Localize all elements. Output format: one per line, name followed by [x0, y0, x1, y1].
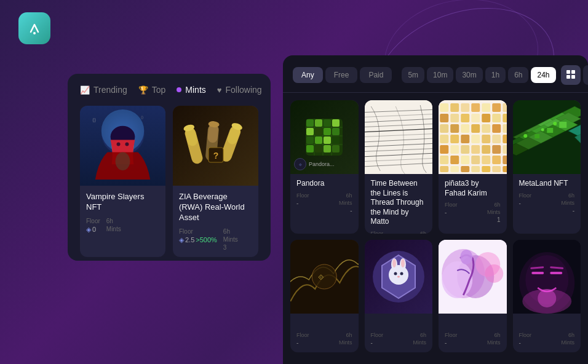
painting-image — [439, 240, 507, 314]
svg-point-142 — [541, 129, 544, 132]
zia-floor-label: Floor — [179, 228, 217, 235]
filter-30m[interactable]: 30m — [456, 67, 482, 83]
svg-rect-42 — [306, 136, 314, 144]
time-filter-group: 5m 10m 30m 1h 6h 24h — [402, 67, 555, 83]
zia-time-label: 6h — [223, 228, 238, 235]
svg-rect-78 — [492, 114, 501, 122]
grid-card-pinata[interactable]: piñata3 by Fahad Karim Floor - 6h Mints … — [439, 100, 507, 234]
metaland-title: MetaLand NFT — [519, 179, 575, 189]
face-floor: Floor - — [519, 332, 532, 346]
svg-rect-66 — [450, 103, 459, 112]
svg-point-160 — [442, 261, 472, 298]
lines-info: Time Between the Lines is Thread Through… — [365, 174, 433, 234]
nft-image-vampire: ⟨⟩ ⟨⟩ — [80, 106, 165, 186]
tab-following[interactable]: ♥ Following — [217, 85, 262, 95]
svg-rect-48 — [324, 145, 331, 152]
pandora-info: Pandora Floor - 6h Mints - — [290, 174, 359, 220]
svg-point-0 — [33, 32, 36, 34]
svg-rect-92 — [471, 135, 480, 143]
tab-mints-label: Mints — [185, 85, 205, 95]
svg-rect-49 — [332, 145, 340, 152]
grid-card-face[interactable]: Floor - 6h Mints — [513, 240, 581, 352]
svg-rect-93 — [482, 135, 490, 143]
svg-rect-106 — [450, 156, 459, 164]
svg-rect-100 — [471, 145, 480, 154]
svg-point-8 — [116, 152, 130, 170]
svg-rect-77 — [482, 114, 490, 122]
lines-stats: Floor ◈ 0.2 6h Mints - — [371, 231, 427, 234]
svg-point-163 — [485, 264, 503, 283]
grid-card-sketch[interactable]: ⟐ Floor - 6h Mints — [290, 240, 359, 352]
grid-card-painting[interactable]: Floor - 6h Mints — [439, 240, 507, 352]
vampire-time-label: 6h — [106, 218, 121, 224]
zia-time-group: 6h Mints 3 — [223, 228, 238, 251]
app-logo — [18, 12, 50, 44]
svg-rect-40 — [324, 128, 331, 135]
svg-rect-86 — [492, 124, 501, 133]
grid-card-pandora[interactable]: ⟐ Pandora... Pandora Floor - 6h — [290, 100, 359, 234]
svg-rect-82 — [450, 124, 459, 133]
vampire-info: Vampire Slayers NFT Floor ◈ 0 6h Mints — [80, 186, 165, 240]
right-panel: Any Free Paid 5m 10m 30m 1h 6h 24h — [283, 55, 588, 364]
filter-any[interactable]: Any — [293, 67, 323, 83]
view-list-btn[interactable] — [583, 65, 588, 85]
svg-rect-45 — [332, 136, 340, 144]
filter-6h[interactable]: 6h — [508, 67, 528, 83]
svg-rect-98 — [450, 145, 459, 154]
nft-card-vampire[interactable]: ⟨⟩ ⟨⟩ — [80, 106, 165, 257]
sketch-floor: Floor - — [296, 332, 309, 346]
filter-free[interactable]: Free — [325, 67, 358, 83]
svg-rect-76 — [471, 114, 480, 122]
svg-rect-69 — [482, 103, 490, 112]
grid-card-metaland[interactable]: MetaLand NFT Floor - 6h Mints - — [513, 100, 581, 234]
svg-point-143 — [553, 122, 557, 125]
svg-rect-118 — [492, 166, 501, 172]
nft-card-zia[interactable]: ? ZIA Beverage (RWA) Real-World Asset Fl… — [173, 106, 258, 257]
tab-mints[interactable]: Mints — [177, 85, 205, 95]
svg-rect-21 — [571, 70, 575, 74]
svg-rect-167 — [531, 272, 544, 274]
svg-rect-39 — [315, 128, 322, 135]
face-info: Floor - 6h Mints — [513, 314, 581, 352]
svg-rect-114 — [450, 166, 459, 172]
grid-card-rabbit[interactable]: Floor - 6h Mints — [365, 240, 433, 352]
view-grid-btn[interactable] — [561, 65, 581, 85]
vampire-mints-label: Mints — [106, 226, 121, 232]
svg-point-156 — [397, 276, 400, 278]
filter-24h[interactable]: 24h — [531, 67, 555, 83]
pinata-title: piñata3 by Fahad Karim — [445, 179, 501, 198]
filter-5m[interactable]: 5m — [402, 67, 424, 83]
svg-point-145 — [312, 264, 336, 289]
face-image — [513, 240, 581, 314]
zia-percent: >500% — [196, 236, 217, 243]
svg-rect-43 — [315, 136, 322, 144]
rabbit-image — [365, 240, 433, 314]
svg-rect-91 — [461, 135, 469, 143]
svg-rect-97 — [440, 145, 448, 154]
tab-top[interactable]: 🏆 Top — [138, 85, 166, 95]
svg-rect-37 — [332, 119, 340, 127]
svg-rect-117 — [482, 166, 490, 172]
svg-rect-116 — [471, 166, 480, 172]
eth-icon: ◈ — [86, 226, 91, 234]
face-title — [519, 318, 575, 328]
pandora-floor: Floor - — [296, 192, 309, 207]
sketch-image: ⟐ — [290, 240, 359, 314]
pinata-info: piñata3 by Fahad Karim Floor - 6h Mints … — [439, 174, 507, 229]
filter-paid[interactable]: Paid — [360, 67, 392, 83]
svg-rect-95 — [503, 135, 506, 143]
filter-1h[interactable]: 1h — [485, 67, 506, 83]
grid-card-lines[interactable]: Time Between the Lines is Thread Through… — [365, 100, 433, 234]
svg-rect-85 — [482, 124, 490, 133]
painting-floor: Floor - — [445, 332, 458, 346]
tab-trending[interactable]: 📈 Trending — [80, 85, 127, 95]
metaland-info: MetaLand NFT Floor - 6h Mints - — [513, 174, 581, 220]
filter-10m[interactable]: 10m — [427, 67, 453, 83]
tab-following-label: Following — [226, 85, 262, 95]
filter-bar: Any Free Paid 5m 10m 30m 1h 6h 24h — [283, 55, 588, 93]
painting-mints: 6h Mints — [487, 332, 501, 346]
svg-rect-113 — [440, 166, 448, 172]
svg-rect-22 — [566, 75, 570, 79]
pinata-floor: Floor - — [445, 202, 458, 216]
svg-rect-119 — [503, 166, 506, 172]
